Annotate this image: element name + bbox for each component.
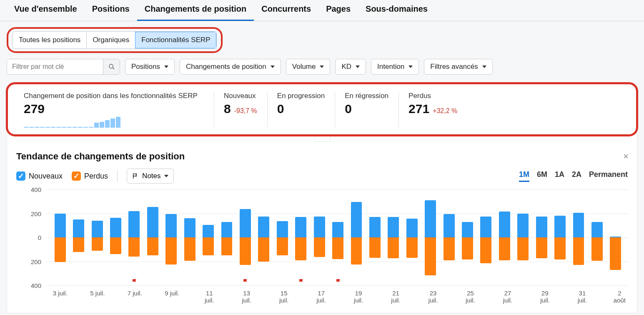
search-button[interactable] [103,59,120,74]
metric-improved[interactable]: En progression 0 [267,88,335,131]
flag-icon [132,173,139,179]
notes-button[interactable]: Notes [127,169,173,184]
tab-pages[interactable]: Pages [318,0,358,21]
chart-x-axis: 3 juil. 5 juil. 7 juil. 9 juil. 11 juil.… [52,290,628,304]
range-1m[interactable]: 1M [519,170,529,182]
legend-lost[interactable]: ✓Perdus [72,171,108,181]
sparkline-bars [83,117,120,128]
keyword-search [7,59,120,75]
legend-row: ✓Nouveaux ✓Perdus Notes 1M 6M 1A 2A Perm… [7,163,637,188]
keyword-input[interactable] [7,59,103,74]
highlight-metrics: Changement de position dans les fonction… [6,82,638,136]
metric-label: Changement de position dans les fonction… [24,92,204,100]
chevron-down-icon [482,66,486,68]
legend-new[interactable]: ✓Nouveaux [16,171,63,181]
note-flag-icon[interactable] [336,279,340,284]
filter-advanced[interactable]: Filtres avancés [424,59,492,75]
metric-delta: +32,2 % [433,107,457,115]
metric-value: 271 [408,102,429,116]
trend-chart[interactable]: 4002000200400 [16,189,628,285]
filter-volume[interactable]: Volume [286,59,331,75]
panel: Changement de position dans les fonction… [7,83,637,313]
range-2y[interactable]: 2A [572,170,581,182]
metric-label: Nouveaux [224,92,257,100]
filter-position-changes[interactable]: Changements de position [180,59,281,75]
range-6m[interactable]: 6M [537,170,547,182]
tab-position-changes[interactable]: Changements de position [137,0,254,21]
filter-positions[interactable]: Positions [125,59,175,75]
panel-notch [314,136,331,142]
metric-value: 0 [345,102,388,116]
time-ranges: 1M 6M 1A 2A Permanent [519,170,628,182]
close-icon[interactable]: × [623,151,629,162]
chevron-down-icon [164,66,168,68]
checkbox-checked-icon: ✓ [72,171,81,181]
metric-delta: -93,7 % [234,107,257,115]
tab-overview[interactable]: Vue d'ensemble [7,0,85,21]
chevron-down-icon [408,66,413,68]
range-1y[interactable]: 1A [555,170,564,182]
filters-row: Positions Changements de position Volume… [0,55,644,81]
metric-new[interactable]: Nouveaux 8-93,7 % [214,88,267,131]
metric-value: 8 [224,102,231,116]
metric-label: En régression [345,92,388,100]
metric-declined[interactable]: En régression 0 [335,88,398,131]
range-permanent[interactable]: Permanent [589,170,628,182]
subtab-organic[interactable]: Organiques [86,32,135,48]
metric-label: En progression [277,92,325,100]
filter-kd[interactable]: KD [335,59,366,75]
metric-value: 279 [24,102,204,116]
metric-lost[interactable]: Perdus 271+32,2 % [398,88,467,131]
tab-subdomains[interactable]: Sous-domaines [358,0,435,21]
note-flag-icon[interactable] [299,279,303,284]
subtab-serp-features[interactable]: Fonctionnalités SERP [135,32,216,48]
checkbox-checked-icon: ✓ [16,171,25,181]
filter-intent[interactable]: Intention [371,59,419,75]
chevron-down-icon [356,66,360,68]
svg-line-1 [113,68,114,69]
trend-title: Tendance de changements de position [16,151,185,162]
metric-value: 0 [277,102,325,116]
main-tabs: Vue d'ensemble Positions Changements de … [0,0,644,21]
chevron-down-icon [320,66,324,68]
search-icon [108,63,115,70]
svg-point-0 [109,64,113,68]
subtab-segment: Toutes les positions Organiques Fonction… [13,31,217,49]
subtab-all-positions[interactable]: Toutes les positions [13,32,86,48]
note-flag-icon[interactable] [243,279,247,284]
tab-competitors[interactable]: Concurrents [254,0,318,21]
metric-total-changes[interactable]: Changement de position dans les fonction… [14,88,214,131]
sparkline [24,127,83,128]
chevron-down-icon [164,175,168,177]
chevron-down-icon [271,66,275,68]
tab-positions[interactable]: Positions [85,0,137,21]
highlight-subtabs: Toutes les positions Organiques Fonction… [7,27,223,53]
metric-label: Perdus [408,92,457,100]
note-flag-icon[interactable] [132,279,136,284]
